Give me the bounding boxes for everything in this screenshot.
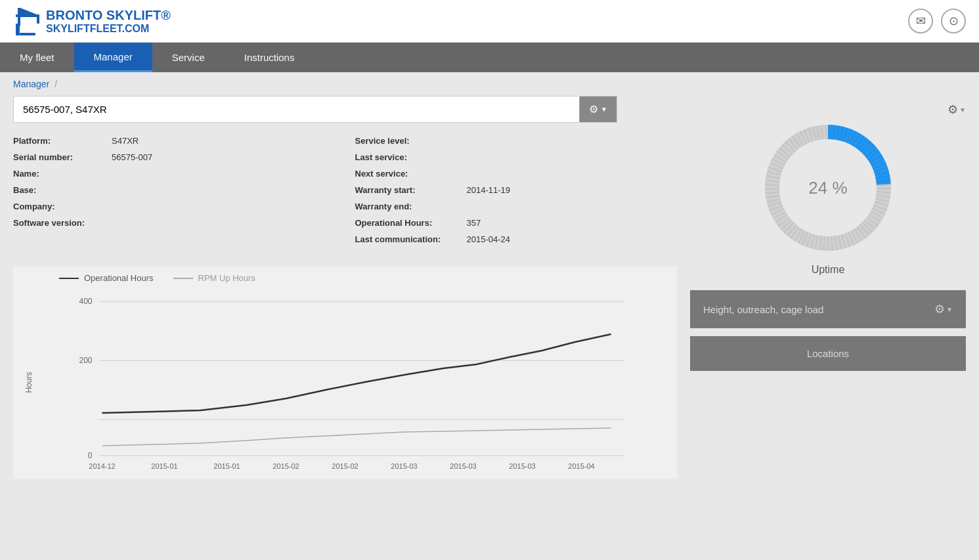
platform-value: S47XR <box>112 136 139 146</box>
y-axis-label: Hours <box>24 372 33 393</box>
logo-top-line: BRONTO SKYLIFT® <box>46 8 171 23</box>
logo-text: BRONTO SKYLIFT® SKYLIFTFLEET.COM <box>46 8 171 35</box>
selector-input[interactable] <box>14 97 579 121</box>
legend-line-light <box>173 278 193 279</box>
uptime-section: ⚙ ▼ 24 % Uptime <box>690 102 966 276</box>
chart-legend: Operational Hours RPM Up Hours <box>13 273 677 283</box>
user-icon[interactable]: ⊙ <box>941 9 966 33</box>
svg-text:0: 0 <box>88 451 93 460</box>
left-panel: ⚙ ▼ Platform: S47XR Serial number: 56575… <box>13 96 677 479</box>
breadcrumb: Manager / <box>0 72 979 96</box>
logo-crane-icon <box>13 4 39 39</box>
info-row-operational-hours: Operational Hours: 357 <box>355 218 678 228</box>
breadcrumb-link[interactable]: Manager <box>13 79 49 89</box>
uptime-label: Uptime <box>812 264 845 276</box>
legend-operational-hours: Operational Hours <box>59 273 154 283</box>
mail-icon[interactable]: ✉ <box>908 9 933 33</box>
service-level-label: Service level: <box>355 136 460 146</box>
donut-wrapper: 24 % <box>756 116 900 260</box>
operational-hours-label: Operational Hours: <box>355 218 460 228</box>
warranty-start-value: 2014-11-19 <box>467 185 511 195</box>
name-label: Name: <box>13 169 105 179</box>
warranty-start-label: Warranty start: <box>355 185 460 195</box>
nav-item-instructions[interactable]: Instructions <box>225 43 315 72</box>
svg-text:400: 400 <box>79 297 92 306</box>
svg-text:2015-02: 2015-02 <box>272 462 299 470</box>
last-service-label: Last service: <box>355 152 460 162</box>
svg-text:2015-04: 2015-04 <box>568 462 594 470</box>
platform-label: Platform: <box>13 136 105 146</box>
header-icons: ✉ ⊙ <box>908 9 966 33</box>
selector-bar: ⚙ ▼ <box>13 96 617 123</box>
company-label: Company: <box>13 202 105 211</box>
warranty-end-label: Warranty end: <box>355 202 460 211</box>
height-outreach-label: Height, outreach, cage load <box>703 304 823 315</box>
svg-text:2015-03: 2015-03 <box>450 462 476 470</box>
svg-rect-2 <box>37 14 39 24</box>
next-service-label: Next service: <box>355 169 460 179</box>
info-row-name: Name: <box>13 169 336 179</box>
main-nav: My fleet Manager Service Instructions <box>0 43 979 72</box>
height-outreach-gear-icon: ⚙▼ <box>934 302 953 316</box>
last-comm-label: Last communication: <box>355 234 460 244</box>
info-row-last-service: Last service: <box>355 152 678 162</box>
info-row-warranty-start: Warranty start: 2014-11-19 <box>355 185 678 195</box>
main-content: ⚙ ▼ Platform: S47XR Serial number: 56575… <box>0 96 979 492</box>
chart-area: Hours 400 200 0 <box>13 288 677 479</box>
last-comm-value: 2015-04-24 <box>467 234 511 244</box>
locations-label: Locations <box>807 348 849 359</box>
svg-text:2015-02: 2015-02 <box>332 462 358 470</box>
svg-marker-4 <box>18 8 37 14</box>
svg-text:2015-01: 2015-01 <box>151 462 177 470</box>
info-col-left: Platform: S47XR Serial number: 56575-007… <box>13 136 336 251</box>
info-row-software: Software version: <box>13 218 336 228</box>
rpm-hours-line <box>102 428 611 446</box>
nav-item-my-fleet[interactable]: My fleet <box>0 43 74 72</box>
info-col-right: Service level: Last service: Next servic… <box>355 136 678 251</box>
info-row-service-level: Service level: <box>355 136 678 146</box>
legend-rpm-hours: RPM Up Hours <box>173 273 255 283</box>
chart-container: Operational Hours RPM Up Hours Hours <box>13 267 677 479</box>
selector-gear-btn[interactable]: ⚙ ▼ <box>579 97 617 122</box>
breadcrumb-separator: / <box>54 79 57 89</box>
nav-item-manager[interactable]: Manager <box>74 43 152 72</box>
svg-text:2015-03: 2015-03 <box>391 462 417 470</box>
base-label: Base: <box>13 185 105 195</box>
svg-text:2015-01: 2015-01 <box>213 462 240 470</box>
uptime-gear-btn[interactable]: ⚙ ▼ <box>947 102 966 117</box>
donut-center-text: 24 % <box>808 178 847 198</box>
right-panel: ⚙ ▼ 24 % Uptime H <box>690 96 966 479</box>
svg-text:2014-12: 2014-12 <box>89 462 115 470</box>
uptime-dropdown-arrow-icon: ▼ <box>959 106 966 114</box>
locations-btn[interactable]: Locations <box>690 336 966 371</box>
dropdown-arrow-icon: ▼ <box>601 106 607 113</box>
nav-item-service[interactable]: Service <box>152 43 225 72</box>
info-row-serial: Serial number: 56575-007 <box>13 152 336 162</box>
uptime-gear-icon: ⚙ <box>947 102 958 117</box>
svg-text:2015-03: 2015-03 <box>509 462 535 470</box>
software-label: Software version: <box>13 218 105 228</box>
info-grid: Platform: S47XR Serial number: 56575-007… <box>13 136 677 251</box>
info-row-platform: Platform: S47XR <box>13 136 336 146</box>
logo-bottom-line: SKYLIFTFLEET.COM <box>46 23 171 35</box>
gear-icon: ⚙ <box>589 103 598 116</box>
info-row-company: Company: <box>13 202 336 211</box>
svg-text:200: 200 <box>79 356 92 365</box>
info-row-last-communication: Last communication: 2015-04-24 <box>355 234 678 244</box>
operational-hours-value: 357 <box>467 218 481 228</box>
legend-line-dark <box>59 278 79 279</box>
height-outreach-btn[interactable]: Height, outreach, cage load ⚙▼ <box>690 290 966 328</box>
serial-label: Serial number: <box>13 152 105 162</box>
info-row-next-service: Next service: <box>355 169 678 179</box>
info-row-base: Base: <box>13 185 336 195</box>
info-row-warranty-end: Warranty end: <box>355 202 678 211</box>
logo: BRONTO SKYLIFT® SKYLIFTFLEET.COM <box>13 4 171 39</box>
serial-value: 56575-007 <box>112 152 152 162</box>
chart-svg: 400 200 0 2014-12 2015-01 2015-01 2015-0… <box>13 288 677 472</box>
operational-hours-line <box>102 334 611 413</box>
header: BRONTO SKYLIFT® SKYLIFTFLEET.COM ✉ ⊙ <box>0 0 979 43</box>
svg-rect-5 <box>20 33 35 35</box>
